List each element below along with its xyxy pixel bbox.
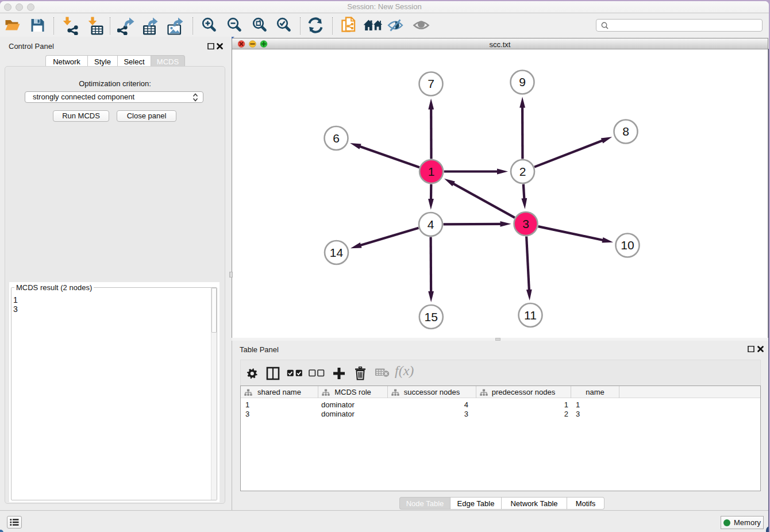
svg-text:11: 11 (524, 309, 537, 322)
svg-text:8: 8 (622, 125, 629, 138)
svg-text:3: 3 (522, 217, 529, 230)
svg-text:2: 2 (519, 165, 526, 178)
svg-text:6: 6 (333, 132, 340, 145)
svg-text:10: 10 (621, 238, 634, 252)
svg-text:7: 7 (428, 77, 434, 90)
svg-text:14: 14 (330, 246, 344, 259)
svg-text:1: 1 (428, 165, 435, 178)
svg-text:4: 4 (428, 218, 434, 231)
svg-text:15: 15 (425, 310, 438, 323)
svg-text:9: 9 (519, 75, 526, 88)
